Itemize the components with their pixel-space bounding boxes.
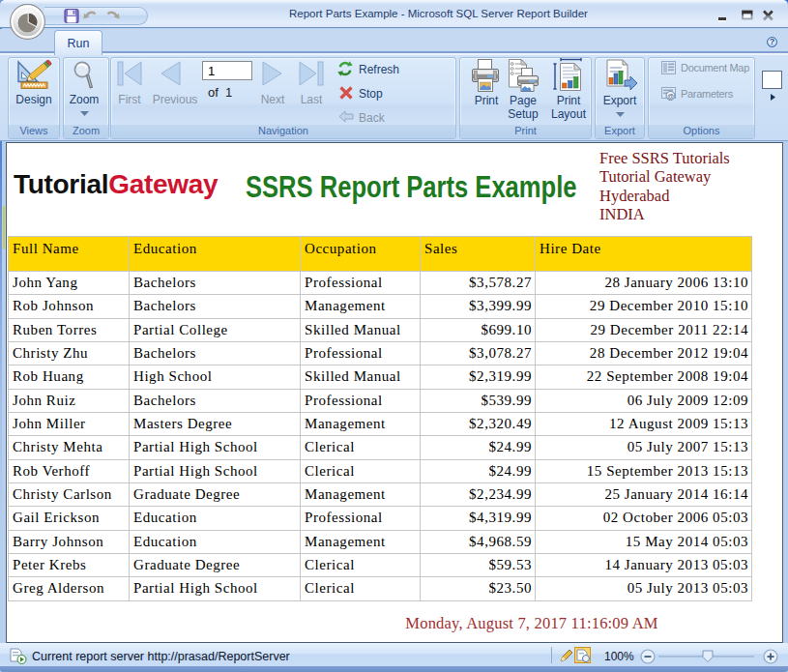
svg-text:@: @: [667, 93, 674, 100]
